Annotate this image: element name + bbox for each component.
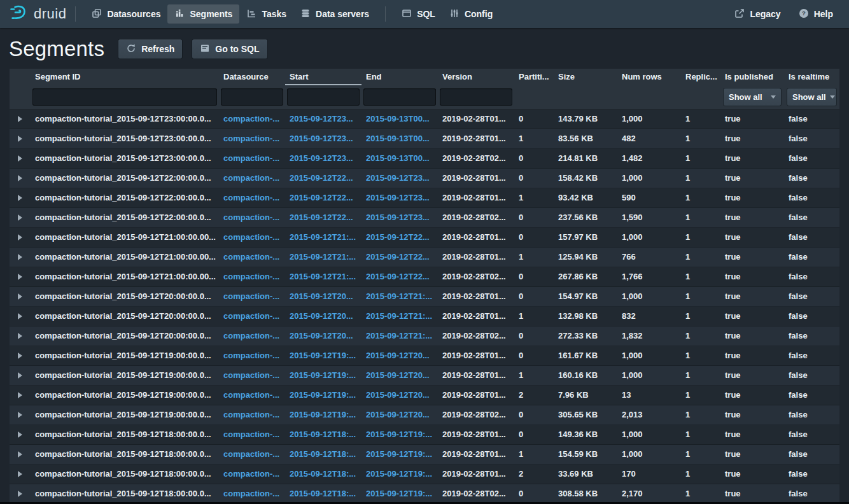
- column-header-end[interactable]: End: [361, 69, 438, 85]
- end-link[interactable]: 2015-09-12T19:...: [361, 465, 438, 484]
- end-link[interactable]: 2015-09-12T21:...: [361, 307, 438, 326]
- row-expander-button[interactable]: [10, 188, 31, 207]
- nav-item-tasks[interactable]: Tasks: [239, 4, 293, 24]
- datasource-link[interactable]: compaction-...: [219, 109, 285, 129]
- datasource-link[interactable]: compaction-...: [219, 248, 285, 267]
- row-expander-button[interactable]: [10, 109, 31, 129]
- start-link[interactable]: 2015-09-12T21:...: [285, 248, 361, 267]
- row-expander-button[interactable]: [10, 149, 31, 168]
- start-link[interactable]: 2015-09-12T23...: [285, 129, 361, 148]
- row-expander-button[interactable]: [10, 228, 31, 247]
- datasource-link[interactable]: compaction-...: [219, 366, 285, 385]
- end-link[interactable]: 2015-09-12T22...: [361, 228, 438, 247]
- end-link[interactable]: 2015-09-12T22...: [361, 267, 438, 286]
- column-header-is-realtime[interactable]: Is realtime: [784, 69, 839, 85]
- datasource-link[interactable]: compaction-...: [219, 326, 285, 346]
- datasource-filter-input[interactable]: [221, 88, 283, 106]
- start-link[interactable]: 2015-09-12T20...: [285, 307, 361, 326]
- end-link[interactable]: 2015-09-12T21:...: [361, 326, 438, 346]
- row-expander-button[interactable]: [10, 386, 31, 405]
- datasource-link[interactable]: compaction-...: [219, 208, 285, 227]
- start-link[interactable]: 2015-09-12T21:...: [285, 267, 361, 286]
- start-link[interactable]: 2015-09-12T18:...: [285, 465, 361, 484]
- start-link[interactable]: 2015-09-12T19:...: [285, 346, 361, 365]
- datasource-link[interactable]: compaction-...: [219, 484, 285, 503]
- end-link[interactable]: 2015-09-13T00...: [361, 129, 438, 148]
- nav-item-data-servers[interactable]: Data servers: [293, 4, 376, 24]
- end-link[interactable]: 2015-09-12T20...: [361, 386, 438, 405]
- start-link[interactable]: 2015-09-12T22...: [285, 169, 361, 188]
- is-realtime-filter-select[interactable]: Show all: [787, 88, 836, 106]
- end-link[interactable]: 2015-09-12T20...: [361, 405, 438, 424]
- nav-item-datasources[interactable]: Datasources: [85, 4, 167, 24]
- end-link[interactable]: 2015-09-12T23...: [361, 188, 438, 207]
- row-expander-button[interactable]: [10, 425, 31, 444]
- end-link[interactable]: 2015-09-12T21:...: [361, 287, 438, 306]
- column-header-num-rows[interactable]: Num rows: [617, 69, 681, 85]
- is-published-filter-select[interactable]: Show all: [724, 88, 781, 106]
- datasource-link[interactable]: compaction-...: [219, 465, 285, 484]
- end-link[interactable]: 2015-09-12T23...: [361, 169, 438, 188]
- start-link[interactable]: 2015-09-12T23...: [285, 109, 361, 129]
- start-link[interactable]: 2015-09-12T20...: [285, 326, 361, 346]
- datasource-link[interactable]: compaction-...: [219, 405, 285, 424]
- row-expander-button[interactable]: [10, 267, 31, 286]
- column-header-replicas[interactable]: Replic...: [681, 69, 720, 85]
- row-expander-button[interactable]: [10, 287, 31, 306]
- row-expander-button[interactable]: [10, 169, 31, 188]
- start-link[interactable]: 2015-09-12T20...: [285, 287, 361, 306]
- row-expander-button[interactable]: [10, 465, 31, 484]
- start-link[interactable]: 2015-09-12T21:...: [285, 228, 361, 247]
- end-filter-input[interactable]: [363, 88, 436, 106]
- column-header-size[interactable]: Size: [554, 69, 617, 85]
- datasource-link[interactable]: compaction-...: [219, 425, 285, 444]
- row-expander-button[interactable]: [10, 129, 31, 148]
- column-header-is-published[interactable]: Is published: [720, 69, 784, 85]
- version-filter-input[interactable]: [440, 88, 512, 106]
- nav-item-segments[interactable]: Segments: [167, 4, 239, 24]
- end-link[interactable]: 2015-09-12T19:...: [361, 425, 438, 444]
- start-link[interactable]: 2015-09-12T23...: [285, 149, 361, 168]
- row-expander-button[interactable]: [10, 405, 31, 424]
- row-expander-button[interactable]: [10, 208, 31, 227]
- druid-brand[interactable]: druid: [9, 3, 66, 25]
- end-link[interactable]: 2015-09-13T00...: [361, 109, 438, 129]
- column-header-segment-id[interactable]: Segment ID: [31, 69, 219, 85]
- end-link[interactable]: 2015-09-13T00...: [361, 149, 438, 168]
- start-link[interactable]: 2015-09-12T19:...: [285, 366, 361, 385]
- end-link[interactable]: 2015-09-12T19:...: [361, 484, 438, 503]
- datasource-link[interactable]: compaction-...: [219, 169, 285, 188]
- end-link[interactable]: 2015-09-12T20...: [361, 366, 438, 385]
- start-link[interactable]: 2015-09-12T19:...: [285, 386, 361, 405]
- datasource-link[interactable]: compaction-...: [219, 346, 285, 365]
- start-link[interactable]: 2015-09-12T18:...: [285, 445, 361, 464]
- end-link[interactable]: 2015-09-12T22...: [361, 248, 438, 267]
- refresh-button[interactable]: Refresh: [118, 39, 182, 59]
- row-expander-button[interactable]: [10, 307, 31, 326]
- start-link[interactable]: 2015-09-12T22...: [285, 208, 361, 227]
- row-expander-button[interactable]: [10, 326, 31, 346]
- datasource-link[interactable]: compaction-...: [219, 188, 285, 207]
- column-header-version[interactable]: Version: [438, 69, 514, 85]
- go-to-sql-button[interactable]: Go to SQL: [192, 39, 267, 59]
- segment-id-filter-input[interactable]: [32, 88, 217, 106]
- nav-item-sql[interactable]: SQL: [395, 4, 442, 24]
- end-link[interactable]: 2015-09-12T23...: [361, 208, 438, 227]
- row-expander-button[interactable]: [10, 484, 31, 503]
- datasource-link[interactable]: compaction-...: [219, 149, 285, 168]
- start-link[interactable]: 2015-09-12T22...: [285, 188, 361, 207]
- start-link[interactable]: 2015-09-12T18:...: [285, 484, 361, 503]
- row-expander-button[interactable]: [10, 346, 31, 365]
- row-expander-button[interactable]: [10, 248, 31, 267]
- row-expander-button[interactable]: [10, 445, 31, 464]
- start-filter-input[interactable]: [287, 88, 360, 106]
- datasource-link[interactable]: compaction-...: [219, 445, 285, 464]
- datasource-link[interactable]: compaction-...: [219, 307, 285, 326]
- datasource-link[interactable]: compaction-...: [219, 386, 285, 405]
- datasource-link[interactable]: compaction-...: [219, 228, 285, 247]
- end-link[interactable]: 2015-09-12T20...: [361, 346, 438, 365]
- nav-item-help[interactable]: ? Help: [792, 4, 840, 24]
- column-header-partition[interactable]: Partiti...: [514, 69, 554, 85]
- row-expander-button[interactable]: [10, 366, 31, 385]
- column-header-datasource[interactable]: Datasource: [219, 69, 285, 85]
